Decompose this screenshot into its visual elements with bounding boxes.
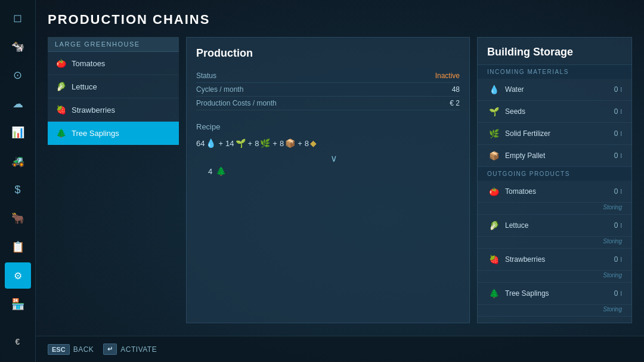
sidebar-item-vehicles[interactable]: 🚜 bbox=[5, 148, 31, 174]
chain-list-header: LARGE GREENHOUSE bbox=[48, 37, 179, 52]
stat-cycles-value: 48 bbox=[452, 85, 460, 94]
map-icon: ◻ bbox=[13, 11, 22, 24]
recipe-title: Recipe bbox=[196, 122, 460, 131]
lettuce-storing-badge: Storing bbox=[603, 238, 622, 245]
water-drop-icon: 💧 bbox=[206, 138, 216, 148]
sidebar-item-currency[interactable]: € bbox=[5, 329, 31, 355]
tomato-icon: 🍅 bbox=[55, 57, 67, 69]
esc-key: ESC bbox=[48, 344, 70, 355]
storage-incoming-water: 💧 Water 0 l bbox=[478, 79, 631, 101]
storage-fertilizer-name: Solid Fertilizer bbox=[505, 129, 614, 138]
stat-costs-label: Production Costs / month bbox=[196, 99, 277, 107]
storage-seeds-icon: 🌱 bbox=[487, 105, 500, 118]
sidebar-item-steering[interactable]: ⊙ bbox=[5, 62, 31, 88]
pallet-icon: 📦 bbox=[285, 138, 295, 148]
ingredient-extra-amount: 8 bbox=[305, 139, 309, 148]
tomato-storing-badge: Storing bbox=[603, 204, 622, 211]
fertilizer-icon: 🌿 bbox=[260, 138, 270, 148]
incoming-materials-header: INCOMING MATERIALS bbox=[478, 65, 631, 79]
chain-item-lettuce[interactable]: 🥬 Lettuce bbox=[48, 75, 179, 98]
activate-label: ACTIVATE bbox=[120, 345, 157, 354]
storage-strawberry-unit: l bbox=[621, 256, 622, 263]
cattle-icon: 🐂 bbox=[11, 212, 24, 225]
back-button[interactable]: ESC BACK bbox=[48, 344, 94, 355]
sidebar-item-map[interactable]: ◻ bbox=[5, 5, 31, 31]
chain-item-strawberries[interactable]: 🍓 Strawberries bbox=[48, 98, 179, 122]
columns-layout: LARGE GREENHOUSE 🍅 Tomatoes 🥬 Lettuce 🍓 … bbox=[48, 37, 632, 323]
ingredient-fertilizer: 8 🌿 bbox=[255, 138, 270, 148]
ingredient-pallet: 8 📦 bbox=[280, 138, 295, 148]
storage-tree-saplings-unit: l bbox=[621, 290, 622, 297]
page-title: PRODUCTION CHAINS bbox=[48, 12, 632, 27]
sidebar-item-livestock[interactable]: 🐄 bbox=[5, 33, 31, 60]
plus-2: + bbox=[248, 139, 253, 148]
storage-strawberry-amount: 0 bbox=[614, 255, 618, 264]
plus-4: + bbox=[298, 139, 302, 148]
storage-tree-saplings-sub: Storing bbox=[478, 305, 631, 317]
storage-tree-saplings-amount: 0 bbox=[614, 289, 618, 298]
recipe-arrow-down: ∨ bbox=[196, 153, 460, 164]
seeds-icon: 🌱 bbox=[236, 138, 246, 148]
storage-water-unit: l bbox=[621, 86, 622, 93]
storage-outgoing-lettuce: 🥬 Lettuce 0 l bbox=[478, 215, 631, 237]
plus-3: + bbox=[273, 139, 277, 148]
activate-button[interactable]: ↵ ACTIVATE bbox=[103, 344, 157, 355]
sidebar-item-contracts[interactable]: 📋 bbox=[5, 234, 31, 260]
ingredient-water: 64 💧 bbox=[196, 138, 216, 148]
storage-incoming-pallet: 📦 Empty Pallet 0 l bbox=[478, 145, 631, 167]
chain-item-tomatoes[interactable]: 🍅 Tomatoes bbox=[48, 52, 179, 75]
sidebar-item-production[interactable]: ⚙ bbox=[5, 262, 31, 289]
stat-costs-value: € 2 bbox=[450, 99, 460, 107]
tree-saplings-icon: 🌲 bbox=[55, 127, 67, 139]
enter-key: ↵ bbox=[103, 344, 117, 355]
storage-tomato-name: Tomatoes bbox=[505, 187, 614, 196]
storage-pallet-unit: l bbox=[621, 152, 622, 159]
recipe-section: Recipe 64 💧 + 14 🌱 + 8 🌿 bbox=[196, 122, 460, 176]
storage-pallet-icon: 📦 bbox=[487, 149, 500, 162]
production-panel-title: Production bbox=[196, 47, 460, 60]
main-content: PRODUCTION CHAINS LARGE GREENHOUSE 🍅 Tom… bbox=[36, 0, 644, 362]
storage-water-amount: 0 bbox=[614, 85, 618, 94]
storage-pallet-amount: 0 bbox=[614, 151, 618, 160]
storage-outgoing-tomatoes: 🍅 Tomatoes 0 l bbox=[478, 181, 631, 203]
ingredient-pallet-amount: 8 bbox=[280, 139, 284, 148]
outgoing-products-header: OUTGOING PRODUCTS bbox=[478, 167, 631, 181]
storage-strawberry-icon: 🍓 bbox=[487, 253, 500, 266]
storage-panel: Building Storage INCOMING MATERIALS 💧 Wa… bbox=[477, 37, 632, 323]
back-label: BACK bbox=[73, 345, 94, 354]
storage-strawberry-name: Strawberries bbox=[505, 255, 614, 264]
extra-icon: ◆ bbox=[310, 138, 317, 148]
strawberry-storing-badge: Storing bbox=[603, 272, 622, 279]
storage-water-name: Water bbox=[505, 85, 614, 94]
ingredient-fertilizer-amount: 8 bbox=[255, 139, 259, 148]
storage-water-icon: 💧 bbox=[487, 83, 500, 96]
storage-title: Building Storage bbox=[478, 38, 631, 65]
sidebar-item-shop[interactable]: 🏪 bbox=[5, 291, 31, 317]
storage-incoming-seeds: 🌱 Seeds 0 l bbox=[478, 101, 631, 123]
storage-tomato-unit: l bbox=[621, 188, 622, 195]
sidebar-item-weather[interactable]: ☁ bbox=[5, 91, 31, 117]
sidebar-item-animals[interactable]: 🐂 bbox=[5, 205, 31, 231]
steering-icon: ⊙ bbox=[13, 69, 22, 82]
storage-fertilizer-icon: 🌿 bbox=[487, 127, 500, 140]
stat-cycles: Cycles / month 48 bbox=[196, 83, 460, 97]
stats-icon: 📊 bbox=[11, 126, 24, 139]
chain-item-tree-saplings[interactable]: 🌲 Tree Saplings bbox=[48, 122, 179, 145]
storage-fertilizer-unit: l bbox=[621, 130, 622, 137]
output-amount: 4 bbox=[208, 167, 212, 176]
stat-costs: Production Costs / month € 2 bbox=[196, 97, 460, 110]
storage-tomato-icon: 🍅 bbox=[487, 185, 500, 198]
currency-icon: € bbox=[16, 337, 20, 346]
contracts-icon: 📋 bbox=[11, 240, 24, 253]
sidebar-item-stats[interactable]: 📊 bbox=[5, 119, 31, 146]
stat-cycles-label: Cycles / month bbox=[196, 85, 243, 94]
recipe-ingredients: 64 💧 + 14 🌱 + 8 🌿 + 8 bbox=[196, 138, 460, 148]
tree-saplings-storing-badge: Storing bbox=[603, 306, 622, 313]
storage-lettuce-icon: 🥬 bbox=[487, 219, 500, 232]
storage-lettuce-sub: Storing bbox=[478, 237, 631, 249]
sidebar-item-finance[interactable]: $ bbox=[5, 177, 31, 203]
ingredient-extra: 8 ◆ bbox=[305, 138, 317, 148]
chain-item-lettuce-label: Lettuce bbox=[72, 82, 97, 91]
chain-item-tree-saplings-label: Tree Saplings bbox=[72, 129, 119, 138]
tractor-icon: 🚜 bbox=[11, 154, 24, 168]
